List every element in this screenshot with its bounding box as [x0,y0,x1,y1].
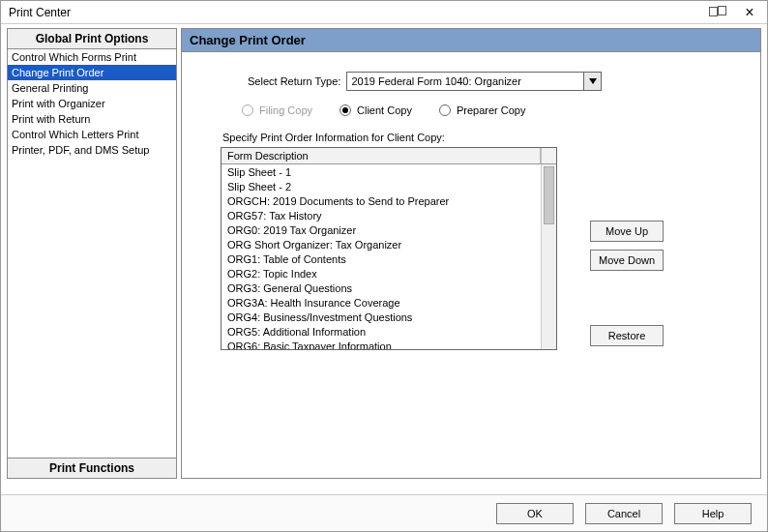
sidebar-item[interactable]: Printer, PDF, and DMS Setup [8,142,176,158]
sidebar-item[interactable]: Change Print Order [8,65,176,80]
title-bar: Print Center × [1,1,767,24]
select-return-type-label: Select Return Type: [248,75,340,87]
sidebar-item[interactable]: Control Which Forms Print [8,49,176,65]
print-order-listbox[interactable]: Form Description Slip Sheet - 1Slip Shee… [221,147,557,350]
radio-filing-copy: Filing Copy [242,104,312,116]
specify-label: Specify Print Order Information for Clie… [222,132,741,143]
window-title: Print Center [5,6,709,19]
ok-button[interactable]: OK [496,503,574,524]
list-item[interactable]: ORG1: Table of Contents [223,252,554,267]
list-item[interactable]: ORGCH: 2019 Documents to Send to Prepare… [223,194,554,209]
list-header-row: Form Description [222,148,556,164]
dialog-footer: OK Cancel Help [1,494,767,531]
close-icon[interactable]: × [736,6,763,19]
sidebar-item[interactable]: General Printing [8,80,176,96]
list-item[interactable]: ORG Short Organizer: Tax Organizer [223,238,554,252]
sidebar-footer[interactable]: Print Functions [8,458,176,478]
sidebar-list: Control Which Forms PrintChange Print Or… [8,49,176,458]
list-header-form-description[interactable]: Form Description [222,148,541,163]
radio-preparer-label: Preparer Copy [457,104,526,116]
list-header-scroll-spacer [541,148,556,163]
sidebar: Global Print Options Control Which Forms… [7,28,177,479]
main-area: Global Print Options Control Which Forms… [1,24,767,483]
help-button[interactable]: Help [674,503,752,524]
radio-icon [439,104,451,116]
reorder-buttons: Move Up Move Down Restore [590,147,664,346]
list-item[interactable]: ORG57: Tax History [223,209,554,223]
cancel-button[interactable]: Cancel [585,503,663,524]
window-state-icon[interactable] [709,6,726,19]
radio-client-copy[interactable]: Client Copy [340,104,412,116]
panel-title: Change Print Order [182,29,760,52]
move-down-button[interactable]: Move Down [590,250,664,271]
list-rows: Slip Sheet - 1Slip Sheet - 2ORGCH: 2019 … [222,164,556,349]
sidebar-header: Global Print Options [8,29,176,49]
copy-type-radios: Filing Copy Client Copy Preparer Copy [242,104,741,116]
list-item[interactable]: Slip Sheet - 1 [223,165,554,180]
list-item[interactable]: Slip Sheet - 2 [223,180,554,194]
content-panel: Change Print Order Select Return Type: 2… [181,28,761,479]
return-type-select[interactable]: 2019 Federal Form 1040: Organizer [346,72,602,91]
radio-client-label: Client Copy [357,104,412,116]
scrollbar-thumb[interactable] [544,166,554,224]
list-item[interactable]: ORG4: Business/Investment Questions [223,310,554,325]
list-item[interactable]: ORG5: Additional Information [223,325,554,340]
list-scrollbar[interactable] [541,164,556,349]
list-item[interactable]: ORG3A: Health Insurance Coverage [223,296,554,310]
list-item[interactable]: ORG3: General Questions [223,281,554,296]
sidebar-item[interactable]: Print with Return [8,111,176,127]
radio-preparer-copy[interactable]: Preparer Copy [439,104,526,116]
radio-filing-label: Filing Copy [259,104,312,116]
list-item[interactable]: ORG2: Topic Index [223,267,554,281]
radio-icon [242,104,253,116]
list-item[interactable]: ORG0: 2019 Tax Organizer [223,223,554,238]
svg-rect-0 [710,7,718,15]
panel-body: Select Return Type: 2019 Federal Form 10… [182,52,760,478]
radio-icon [340,104,351,116]
list-item[interactable]: ORG6: Basic Taxpayer Information [223,340,554,349]
restore-button[interactable]: Restore [590,325,664,346]
chevron-down-icon[interactable] [583,73,601,90]
sidebar-item[interactable]: Control Which Letters Print [8,127,176,142]
return-type-value: 2019 Federal Form 1040: Organizer [347,75,583,87]
svg-rect-1 [719,6,726,15]
move-up-button[interactable]: Move Up [590,221,664,242]
sidebar-item[interactable]: Print with Organizer [8,96,176,111]
